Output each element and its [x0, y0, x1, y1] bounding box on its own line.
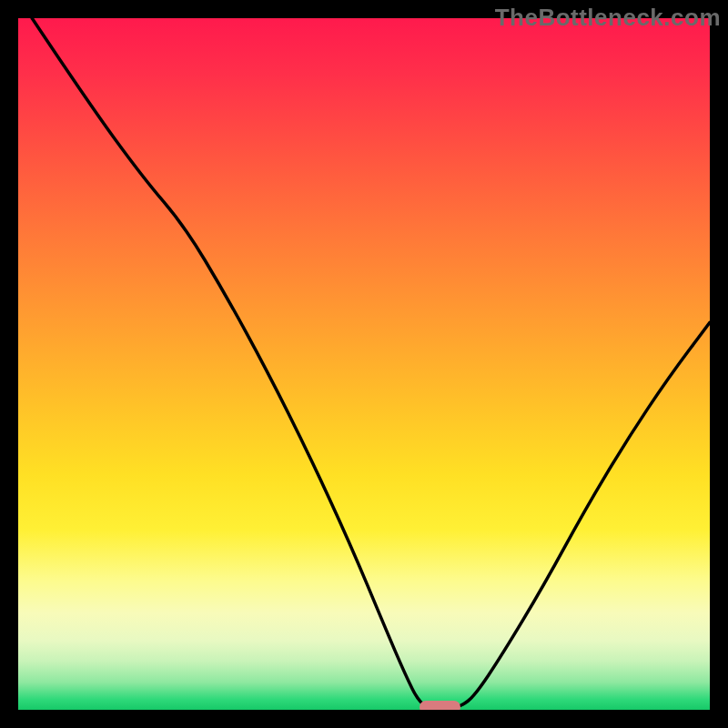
optimal-zone-marker [420, 701, 461, 710]
watermark-text: TheBottleneck.com [495, 4, 721, 32]
chart-frame: TheBottleneck.com [0, 0, 728, 728]
plot-area [18, 18, 710, 710]
bottleneck-curve [18, 18, 710, 710]
